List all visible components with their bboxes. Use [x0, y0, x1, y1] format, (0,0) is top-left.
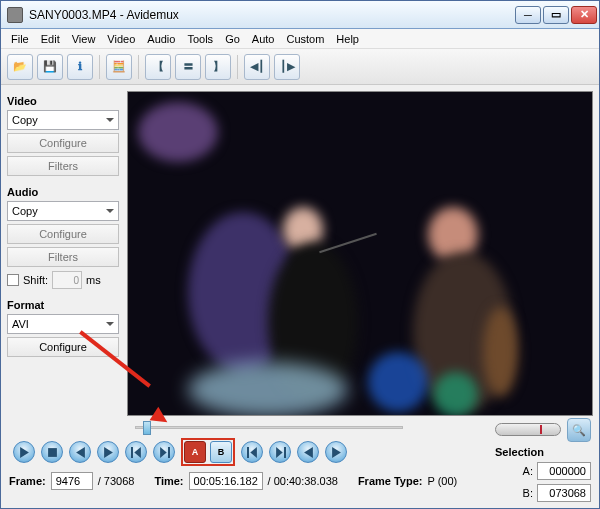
- folder-open-icon: 📂: [13, 60, 27, 73]
- video-header: Video: [7, 95, 119, 107]
- toolbar-start-button[interactable]: ◀┃: [244, 54, 270, 80]
- app-icon: [7, 7, 23, 23]
- svg-rect-1: [131, 447, 133, 458]
- stop-button[interactable]: [41, 441, 63, 463]
- video-configure-button[interactable]: Configure: [7, 133, 119, 153]
- minimize-button[interactable]: ─: [515, 6, 541, 24]
- audio-codec-select[interactable]: Copy: [7, 201, 119, 221]
- seek-thumb[interactable]: [143, 421, 151, 435]
- next-black-button[interactable]: [325, 441, 347, 463]
- set-marker-b-button[interactable]: B: [210, 441, 232, 463]
- svg-rect-3: [247, 447, 249, 458]
- skip-back-icon: [131, 447, 142, 458]
- next-keyframe-button[interactable]: [153, 441, 175, 463]
- info-icon: ℹ: [78, 60, 82, 73]
- magnifier-icon: 🔍: [572, 424, 586, 437]
- jog-wheel[interactable]: [495, 423, 561, 436]
- marker-a-icon: A: [192, 447, 199, 457]
- format-configure-button[interactable]: Configure: [7, 337, 119, 357]
- go-b-icon: [275, 447, 286, 458]
- menu-view[interactable]: View: [66, 33, 102, 45]
- play-button[interactable]: [13, 441, 35, 463]
- video-preview: [127, 91, 593, 416]
- video-filters-button[interactable]: Filters: [7, 156, 119, 176]
- frametype-value: P (00): [427, 475, 457, 487]
- prev-black-button[interactable]: [297, 441, 319, 463]
- marker-b-icon: B: [218, 447, 225, 457]
- toolbar-cut-right-button[interactable]: 】: [205, 54, 231, 80]
- format-select[interactable]: AVI: [7, 314, 119, 334]
- toolbar-end-button[interactable]: ┃▶: [274, 54, 300, 80]
- rw-icon: [303, 447, 314, 458]
- frame-label: Frame:: [9, 475, 46, 487]
- selection-header: Selection: [495, 446, 591, 458]
- prev-keyframe-button[interactable]: [125, 441, 147, 463]
- next-frame-button[interactable]: [97, 441, 119, 463]
- time-label: Time:: [154, 475, 183, 487]
- next-icon: [103, 447, 114, 458]
- seek-slider[interactable]: [135, 418, 403, 436]
- bracket-left-icon: 【: [153, 59, 164, 74]
- svg-rect-0: [48, 448, 57, 457]
- menu-video[interactable]: Video: [101, 33, 141, 45]
- selection-a-label: A:: [523, 465, 533, 477]
- frametype-label: Frame Type:: [358, 475, 423, 487]
- prev-frame-button[interactable]: [69, 441, 91, 463]
- menu-help[interactable]: Help: [330, 33, 365, 45]
- bracket-right-icon: 】: [213, 59, 224, 74]
- menu-file[interactable]: File: [5, 33, 35, 45]
- shift-label: Shift:: [23, 274, 48, 286]
- selection-a-field[interactable]: 000000: [537, 462, 591, 480]
- time-current-field[interactable]: 00:05:16.182: [189, 472, 263, 490]
- go-a-icon: [247, 447, 258, 458]
- goto-marker-a-button[interactable]: [241, 441, 263, 463]
- toolbar: 📂 💾 ℹ 🧮 【 〓 】 ◀┃ ┃▶: [1, 49, 599, 85]
- toolbar-info-button[interactable]: ℹ: [67, 54, 93, 80]
- bottom-bar: A B Frame: 9476 / 73068 Time: 00:05:16.1…: [1, 416, 599, 508]
- svg-rect-2: [168, 447, 170, 458]
- menu-custom[interactable]: Custom: [280, 33, 330, 45]
- status-bar: Frame: 9476 / 73068 Time: 00:05:16.182 /…: [9, 472, 491, 490]
- sidebar: Video Copy Configure Filters Audio Copy …: [1, 85, 125, 416]
- toolbar-cut-left-button[interactable]: 【: [145, 54, 171, 80]
- window-title: SANY0003.MP4 - Avidemux: [29, 8, 179, 22]
- zoom-button[interactable]: 🔍: [567, 418, 591, 442]
- save-icon: 💾: [43, 60, 57, 73]
- menubar: File Edit View Video Audio Tools Go Auto…: [1, 29, 599, 49]
- toolbar-calc-button[interactable]: 🧮: [106, 54, 132, 80]
- audio-filters-button[interactable]: Filters: [7, 247, 119, 267]
- maximize-button[interactable]: ▭: [543, 6, 569, 24]
- svg-rect-4: [284, 447, 286, 458]
- shift-checkbox[interactable]: [7, 274, 19, 286]
- toolbar-save-button[interactable]: 💾: [37, 54, 63, 80]
- audio-header: Audio: [7, 186, 119, 198]
- goto-marker-b-button[interactable]: [269, 441, 291, 463]
- frame-current-field[interactable]: 9476: [51, 472, 93, 490]
- menu-edit[interactable]: Edit: [35, 33, 66, 45]
- frame-total: / 73068: [98, 475, 135, 487]
- audio-codec-value: Copy: [12, 205, 38, 217]
- menu-tools[interactable]: Tools: [181, 33, 219, 45]
- chevron-down-icon: [106, 322, 114, 330]
- toolbar-cut-both-button[interactable]: 〓: [175, 54, 201, 80]
- toolbar-open-button[interactable]: 📂: [7, 54, 33, 80]
- calculator-icon: 🧮: [112, 60, 126, 73]
- video-codec-value: Copy: [12, 114, 38, 126]
- menu-auto[interactable]: Auto: [246, 33, 281, 45]
- selection-b-field[interactable]: 073068: [537, 484, 591, 502]
- menu-audio[interactable]: Audio: [141, 33, 181, 45]
- format-header: Format: [7, 299, 119, 311]
- titlebar: SANY0003.MP4 - Avidemux ─ ▭ ✕: [1, 1, 599, 29]
- close-button[interactable]: ✕: [571, 6, 597, 24]
- shift-spinner[interactable]: 0: [52, 271, 82, 289]
- marker-highlight: A B: [181, 438, 235, 466]
- stop-icon: [47, 447, 58, 458]
- set-marker-a-button[interactable]: A: [184, 441, 206, 463]
- time-total: / 00:40:38.038: [268, 475, 338, 487]
- bracket-both-icon: 〓: [183, 59, 194, 74]
- chevron-down-icon: [106, 118, 114, 126]
- chevron-down-icon: [106, 209, 114, 217]
- menu-go[interactable]: Go: [219, 33, 246, 45]
- audio-configure-button[interactable]: Configure: [7, 224, 119, 244]
- video-codec-select[interactable]: Copy: [7, 110, 119, 130]
